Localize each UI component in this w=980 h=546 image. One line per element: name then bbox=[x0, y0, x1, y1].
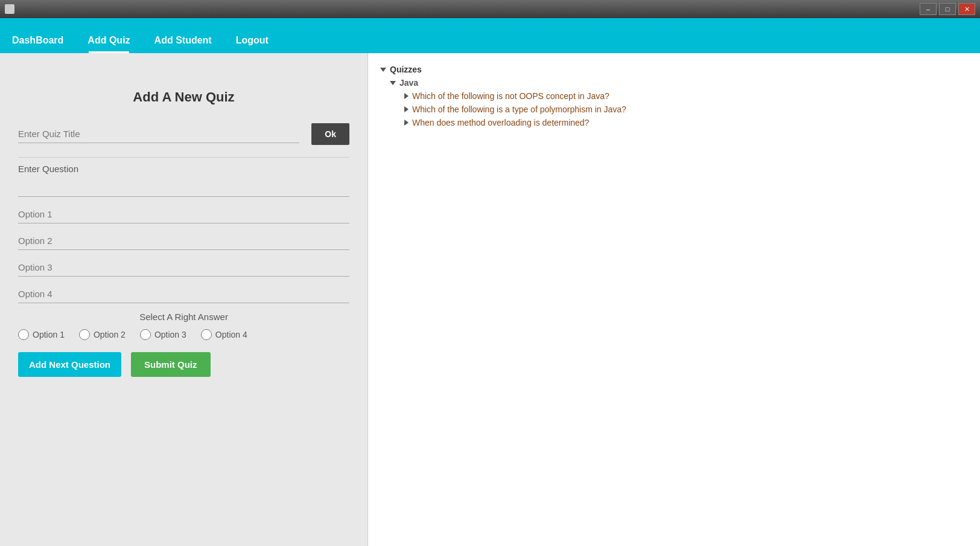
radio-group: Option 1 Option 2 Option 3 Option 4 bbox=[18, 329, 349, 340]
tree-category-java-label: Java bbox=[399, 78, 418, 88]
form-title: Add A New Quiz bbox=[18, 89, 349, 105]
nav-dashboard[interactable]: DashBoard bbox=[0, 28, 75, 53]
tree-question-2[interactable]: Which of the following is a type of poly… bbox=[380, 103, 968, 116]
radio-input-4[interactable] bbox=[201, 329, 212, 340]
tree-question-3[interactable]: When does method overloading is determin… bbox=[380, 116, 968, 129]
maximize-button[interactable]: □ bbox=[939, 3, 956, 15]
option-4-input[interactable] bbox=[18, 285, 349, 303]
radio-option-3[interactable]: Option 3 bbox=[140, 329, 186, 340]
submit-quiz-button[interactable]: Submit Quiz bbox=[131, 352, 211, 377]
question-label: Enter Question bbox=[18, 164, 349, 174]
left-panel: Add A New Quiz Ok Enter Question Select … bbox=[0, 53, 368, 546]
option-2-input[interactable] bbox=[18, 232, 349, 250]
title-bar: – □ ✕ bbox=[0, 0, 980, 18]
tree-question-1-text: Which of the following is not OOPS conce… bbox=[412, 91, 609, 101]
radio-option-2[interactable]: Option 2 bbox=[79, 329, 126, 340]
add-next-question-button[interactable]: Add Next Question bbox=[18, 352, 121, 377]
divider-1 bbox=[18, 157, 349, 158]
quiz-title-row: Ok bbox=[18, 123, 349, 145]
radio-option-4-label: Option 4 bbox=[215, 330, 247, 339]
radio-option-1-label: Option 1 bbox=[33, 330, 65, 339]
nav-add-student[interactable]: Add Student bbox=[142, 28, 224, 53]
navbar: DashBoard Add Quiz Add Student Logout bbox=[0, 18, 980, 53]
tree-root[interactable]: Quizzes bbox=[380, 63, 968, 76]
option-3-input[interactable] bbox=[18, 259, 349, 277]
close-button[interactable]: ✕ bbox=[958, 3, 975, 15]
tree-root-label: Quizzes bbox=[390, 65, 422, 74]
radio-input-2[interactable] bbox=[79, 329, 90, 340]
option-1-input[interactable] bbox=[18, 205, 349, 223]
chevron-right-icon-3 bbox=[404, 120, 409, 126]
quiz-title-input[interactable] bbox=[18, 125, 299, 143]
chevron-right-icon-1 bbox=[404, 93, 409, 99]
radio-input-1[interactable] bbox=[18, 329, 29, 340]
radio-option-3-label: Option 3 bbox=[154, 330, 186, 339]
main-container: Add A New Quiz Ok Enter Question Select … bbox=[0, 53, 980, 546]
radio-option-1[interactable]: Option 1 bbox=[18, 329, 65, 340]
app-icon bbox=[5, 4, 14, 14]
radio-input-3[interactable] bbox=[140, 329, 151, 340]
chevron-down-icon-java bbox=[390, 81, 396, 85]
chevron-right-icon-2 bbox=[404, 106, 409, 112]
minimize-button[interactable]: – bbox=[920, 3, 937, 15]
nav-add-quiz[interactable]: Add Quiz bbox=[75, 28, 142, 53]
select-answer-label: Select A Right Answer bbox=[18, 312, 349, 322]
nav-logout[interactable]: Logout bbox=[224, 28, 281, 53]
ok-button[interactable]: Ok bbox=[311, 123, 349, 145]
radio-option-2-label: Option 2 bbox=[94, 330, 126, 339]
tree-question-3-text: When does method overloading is determin… bbox=[412, 118, 589, 127]
button-row: Add Next Question Submit Quiz bbox=[18, 352, 349, 377]
chevron-down-icon bbox=[380, 68, 386, 72]
tree-question-2-text: Which of the following is a type of poly… bbox=[412, 104, 626, 114]
right-panel: Quizzes Java Which of the following is n… bbox=[368, 53, 980, 546]
title-bar-controls: – □ ✕ bbox=[920, 3, 975, 15]
radio-option-4[interactable]: Option 4 bbox=[201, 329, 247, 340]
tree-question-1[interactable]: Which of the following is not OOPS conce… bbox=[380, 89, 968, 103]
tree-category-java[interactable]: Java bbox=[380, 76, 968, 89]
question-input[interactable] bbox=[18, 179, 349, 197]
